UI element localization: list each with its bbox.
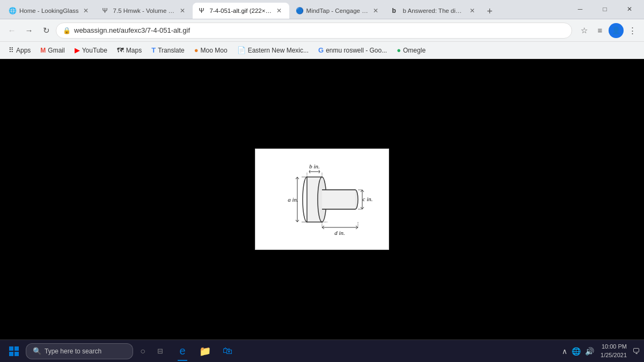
main-content: b in. a in. c in. [0, 59, 644, 339]
tab-title-5: b Answered: The diameter of the... [403, 8, 465, 14]
tab-favicon-3: Ψ [199, 7, 207, 14]
chevron-up-icon[interactable]: ∧ [561, 346, 568, 357]
bookmarks-bar: ⠿ Apps M Gmail ▶ YouTube 🗺 Maps T Transl… [0, 42, 644, 59]
time-display: 10:00 PM [601, 343, 627, 351]
edge-taskbar-button[interactable]: e [172, 341, 193, 362]
translate-icon: T [151, 46, 156, 54]
search-icon: 🔍 [33, 347, 41, 355]
svg-text:c in.: c in. [363, 196, 373, 202]
tab-title-3: 7-4-051-alt.gif (222×174) [210, 8, 272, 14]
bookmark-maps-label: Maps [126, 47, 142, 54]
tab-close-2[interactable]: ✕ [179, 6, 186, 15]
bookmark-moomoo[interactable]: ● Moo Moo [190, 45, 232, 56]
tab-favicon-1: 🌐 [9, 7, 16, 14]
task-view-icon: ⊟ [157, 347, 163, 355]
window-controls: ─ □ ✕ [568, 0, 642, 19]
enmu-icon: G [318, 46, 324, 54]
bookmark-translate[interactable]: T Translate [147, 45, 189, 56]
maximize-button[interactable]: □ [592, 0, 617, 19]
youtube-icon: ▶ [75, 46, 80, 54]
volume-icon[interactable]: 🔊 [584, 346, 595, 357]
moomoo-icon: ● [194, 46, 199, 54]
tab-answered[interactable]: b b Answered: The diameter of the... ✕ [386, 3, 482, 19]
toolbar-icons: ☆ ≡ 👤 ⋮ [576, 23, 640, 38]
minimize-button[interactable]: ─ [568, 0, 592, 19]
profile-button[interactable]: 👤 [609, 23, 624, 38]
svg-rect-43 [14, 346, 19, 351]
svg-rect-45 [14, 352, 19, 356]
tab-mindtap[interactable]: 🔵 MindTap - Cengage Learning ✕ [289, 3, 386, 19]
bookmark-youtube-label: YouTube [82, 47, 107, 54]
bookmark-star-button[interactable]: ☆ [576, 23, 591, 38]
tab-close-4[interactable]: ✕ [372, 6, 379, 15]
store-taskbar-button[interactable]: 🛍 [217, 341, 238, 362]
tab-close-5[interactable]: ✕ [469, 6, 476, 15]
maps-icon: 🗺 [117, 46, 124, 54]
task-view-button[interactable]: ⊟ [152, 344, 167, 359]
network-icon[interactable]: 🌐 [570, 346, 582, 357]
tab-title-4: MindTap - Cengage Learning [306, 8, 369, 14]
bookmark-omegle[interactable]: ● Omegle [392, 45, 430, 56]
close-button[interactable]: ✕ [617, 0, 642, 19]
windows-icon [9, 346, 19, 356]
tab-bar: 🌐 Home - LookingGlass ✕ Ψ 7.5 Hmwk - Vol… [0, 0, 644, 19]
cortana-icon: ○ [140, 346, 145, 356]
taskbar-search[interactable]: 🔍 Type here to search [26, 343, 133, 359]
search-placeholder: Type here to search [45, 348, 101, 355]
address-bar: ← → ↻ 🔒 webassign.net/aufexc3/7-4-051-al… [0, 19, 644, 42]
bookmark-omegle-label: Omegle [403, 47, 426, 54]
tab-favicon-2: Ψ [103, 7, 110, 14]
forward-button[interactable]: → [21, 23, 36, 38]
edge-icon: e [179, 345, 185, 357]
bookmark-maps[interactable]: 🗺 Maps [113, 45, 146, 56]
notification-icon[interactable]: 🗨 [632, 347, 640, 356]
eastern-icon: 📄 [237, 46, 246, 54]
collections-button[interactable]: ≡ [592, 23, 608, 38]
bookmark-translate-label: Translate [158, 47, 185, 54]
file-explorer-icon: 📁 [199, 345, 211, 357]
tab-favicon-4: 🔵 [296, 7, 303, 14]
store-icon: 🛍 [223, 345, 232, 357]
system-tray: ∧ 🌐 🔊 10:00 PM 1/25/2021 🗨 [561, 343, 640, 359]
tab-lookingglass[interactable]: 🌐 Home - LookingGlass ✕ [2, 3, 96, 19]
bookmark-enmu-label: enmu roswell - Goo... [326, 47, 387, 54]
tab-close-1[interactable]: ✕ [82, 6, 90, 15]
svg-text:d in.: d in. [334, 230, 345, 236]
bookmark-enmu[interactable]: G enmu roswell - Goo... [314, 45, 391, 56]
taskbar-apps: e 📁 🛍 [172, 341, 238, 362]
bookmark-apps[interactable]: ⠿ Apps [4, 45, 35, 56]
bookmark-eastern[interactable]: 📄 Eastern New Mexic... [233, 45, 313, 56]
bookmark-gmail[interactable]: M Gmail [36, 45, 69, 56]
taskbar: 🔍 Type here to search ○ ⊟ e 📁 🛍 [0, 339, 644, 362]
back-button[interactable]: ← [4, 23, 19, 38]
bookmark-eastern-label: Eastern New Mexic... [248, 47, 309, 54]
url-bar[interactable]: 🔒 webassign.net/aufexc3/7-4-051-alt.gif [56, 23, 572, 39]
diagram-container: b in. a in. c in. [255, 149, 389, 250]
date-display: 1/25/2021 [601, 351, 627, 359]
svg-text:b in.: b in. [309, 163, 320, 169]
start-button[interactable] [4, 342, 24, 361]
tab-title-2: 7.5 Hmwk - Volume and Surfa... [113, 8, 175, 14]
tab-gif[interactable]: Ψ 7-4-051-alt.gif (222×174) ✕ [193, 3, 289, 19]
svg-rect-6 [322, 190, 355, 209]
bookmark-apps-label: Apps [16, 47, 31, 54]
engineering-diagram: b in. a in. c in. [268, 158, 376, 241]
cortana-button[interactable]: ○ [135, 344, 150, 359]
tab-favicon-5: b [392, 7, 400, 14]
bookmark-gmail-label: Gmail [48, 47, 64, 54]
svg-text:a in.: a in. [288, 196, 298, 203]
refresh-button[interactable]: ↻ [39, 23, 54, 38]
file-explorer-taskbar-button[interactable]: 📁 [194, 341, 216, 362]
add-tab-button[interactable]: + [482, 4, 497, 19]
bookmark-moomoo-label: Moo Moo [201, 47, 228, 54]
omegle-icon: ● [397, 46, 401, 54]
menu-button[interactable]: ⋮ [625, 23, 640, 38]
system-time[interactable]: 10:00 PM 1/25/2021 [597, 343, 630, 359]
svg-rect-42 [9, 346, 13, 351]
url-text: webassign.net/aufexc3/7-4-051-alt.gif [74, 26, 565, 34]
tab-close-3[interactable]: ✕ [275, 6, 283, 15]
tab-hmwk[interactable]: Ψ 7.5 Hmwk - Volume and Surfa... ✕ [96, 3, 193, 19]
gmail-icon: M [40, 47, 46, 54]
bookmark-youtube[interactable]: ▶ YouTube [70, 45, 112, 56]
svg-rect-44 [9, 352, 13, 356]
